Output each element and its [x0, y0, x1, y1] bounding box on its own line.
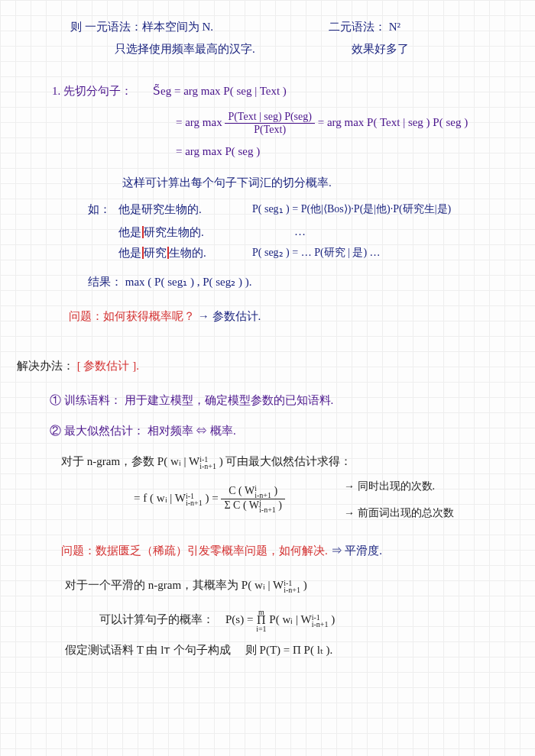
stack-idx: i-1i-n+1	[284, 580, 300, 593]
fraction-num: P(Text | seg) P(seg)	[225, 111, 315, 124]
example-label: 如：	[88, 202, 111, 217]
example-seg: 他是研究生物的.	[118, 225, 204, 240]
fraction: P(Text | seg) P(seg) P(Text)	[225, 111, 315, 136]
seg-part: 生物的.	[169, 247, 206, 259]
question-text: 问题：如何获得概率呢？	[69, 310, 195, 322]
heading-text: 解决办法：	[17, 360, 74, 372]
stack-idx: i-1i-n+1	[186, 493, 203, 506]
question-text: 问题：数据匮乏（稀疏）引发零概率问题，如何解决.	[61, 544, 328, 557]
math-text: Σ C (	[224, 499, 248, 511]
answer-text: ⇒ 平滑度.	[331, 544, 383, 557]
math-text: )	[300, 579, 307, 591]
bullet-line: ② 最大似然估计： 相对频率 ⇔ 概率.	[50, 424, 236, 438]
seg-part: 研究生物的.	[144, 226, 204, 238]
stack-idx: i-1i-n+1	[199, 456, 216, 470]
idx-bot: i-n+1	[259, 506, 276, 514]
math-var: W	[273, 579, 284, 591]
fraction-den: P(Text)	[225, 124, 315, 136]
example-prob: …	[294, 225, 306, 238]
math-text: C (	[229, 485, 245, 496]
math-line: = f ( wᵢ | Wi-1i-n+1 ) = C ( Wii-n+1 ) Σ…	[134, 485, 285, 513]
math-text: )	[276, 499, 282, 511]
idx-bot: i-n+1	[284, 586, 300, 594]
seg-part: 研究	[144, 247, 167, 259]
math-text: )	[271, 485, 277, 496]
seg-symbol: S̃eg	[153, 85, 171, 97]
math-text: = arg max P( seg | Text )	[171, 85, 287, 97]
math-line: 假定测试语料 T 由 lᴛ 个句子构成 则 P(T) = Π P( lₜ ).	[65, 643, 332, 657]
example-seg: 他是研究生物的.	[118, 202, 202, 217]
math-line: 对于一个平滑的 n-gram，其概率为 P( wᵢ | Wi-1i-n+1 )	[65, 578, 307, 593]
math-line: S̃eg = arg max P( seg | Text )	[153, 84, 287, 98]
math-line: 对于 n-gram，参数 P( wᵢ | Wi-1i-n+1 ) 可由最大似然估…	[61, 454, 352, 470]
math-text: = arg max	[176, 116, 225, 128]
math-text: P(s) =	[225, 613, 256, 625]
math-text: 假定测试语料 T 由 lᴛ 个句子构成	[65, 644, 231, 656]
note-line: 这样可计算出每个句子下词汇的切分概率.	[122, 176, 332, 190]
idx-bot: i-n+1	[186, 499, 203, 507]
idx-bot: i-n+1	[312, 620, 329, 628]
idx-bot: i=1	[256, 625, 266, 633]
question-line: 问题：数据匮乏（稀疏）引发零概率问题，如何解决. ⇒ 平滑度.	[61, 544, 382, 558]
example-prob: P( seg₂ ) = … P(研究 | 是) …	[252, 246, 381, 260]
result-line: 结果： max ( P( seg₁ ) , P( seg₂ ) ).	[88, 275, 251, 289]
math-var: W	[189, 455, 199, 467]
math-text: 对于一个平滑的 n-gram，其概率为 P( wᵢ |	[65, 579, 273, 591]
annotation: → 前面词出现的总次数	[344, 506, 454, 520]
note-line: 则 一元语法：样本空间为 N.	[70, 20, 213, 34]
math-line: 可以计算句子的概率： P(s) = m Π i=1 P( wᵢ | Wi-1i-…	[99, 609, 335, 633]
math-text: = arg max P( Text | seg ) P( seg )	[318, 116, 469, 128]
math-line: = arg max P( seg )	[176, 145, 260, 158]
stack-idx: ii-n+1	[255, 485, 271, 499]
seg-part: 他是	[118, 247, 141, 259]
stack-idx: ji-n+1	[259, 499, 276, 513]
answer-text: → 参数估计.	[198, 310, 261, 322]
idx-bot: i-n+1	[199, 462, 216, 470]
math-var: W	[175, 492, 186, 504]
fraction-num: C ( Wii-n+1 )	[221, 485, 285, 499]
seg-part: 他是	[118, 226, 141, 238]
math-text: 可以计算句子的概率：	[99, 613, 214, 625]
note-line: 只选择使用频率最高的汉字.	[115, 42, 255, 57]
math-text: 则 P(T) = Π P( lₜ ).	[245, 644, 333, 656]
math-text: P( wᵢ |	[269, 613, 300, 625]
section-heading: 解决办法： [ 参数估计 ].	[17, 359, 139, 373]
example-seg: 他是研究生物的.	[118, 246, 206, 260]
question-line: 问题：如何获得概率呢？ → 参数估计.	[69, 309, 261, 324]
math-text: = f ( wᵢ |	[134, 492, 175, 504]
math-text: ) =	[203, 492, 222, 504]
math-text: 对于 n-gram，参数 P( wᵢ |	[61, 455, 189, 467]
math-var: W	[300, 613, 311, 625]
step-label: 1. 先切分句子：	[52, 84, 132, 99]
note-line: 二元语法： N²	[329, 20, 400, 34]
math-var: W	[245, 485, 255, 496]
idx-bot: i-n+1	[255, 491, 271, 499]
annotation: → 同时出现的次数.	[344, 480, 435, 493]
fraction-den: Σ C ( Wji-n+1 )	[221, 499, 285, 513]
note-line: 效果好多了	[352, 42, 409, 57]
example-prob: P( seg₁ ) = P(他|⟨Bos⟩)·P(是|他)·P(研究生|是)	[252, 202, 451, 216]
stack-idx: i-1i-n+1	[312, 614, 329, 628]
math-line: = arg max P(Text | seg) P(seg) P(Text) =…	[176, 111, 468, 136]
bullet-line: ① 训练语料： 用于建立模型，确定模型参数的已知语料.	[50, 393, 333, 408]
fraction: C ( Wii-n+1 ) Σ C ( Wji-n+1 )	[221, 485, 285, 513]
math-text: )	[328, 613, 335, 625]
product-symbol: m Π i=1	[256, 609, 266, 633]
heading-keyword: [ 参数估计 ].	[77, 360, 139, 372]
math-var: W	[249, 499, 259, 511]
math-text: ) 可由最大似然估计求得：	[216, 455, 352, 467]
